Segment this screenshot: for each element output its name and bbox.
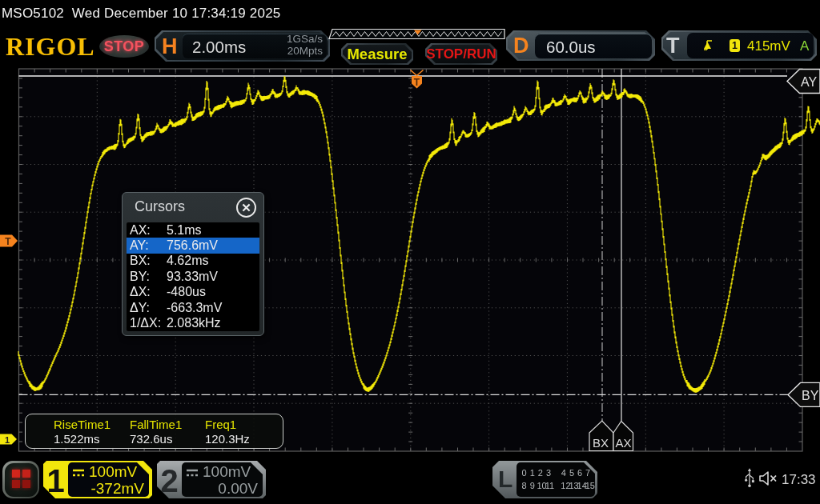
svg-text:T: T bbox=[5, 236, 11, 247]
svg-text:BY: BY bbox=[802, 389, 819, 402]
svg-text:AY: AY bbox=[801, 75, 817, 89]
svg-text:T: T bbox=[414, 77, 420, 88]
svg-text:AX: AX bbox=[616, 436, 632, 450]
svg-text:BX: BX bbox=[593, 436, 609, 450]
svg-text:1: 1 bbox=[5, 435, 10, 445]
